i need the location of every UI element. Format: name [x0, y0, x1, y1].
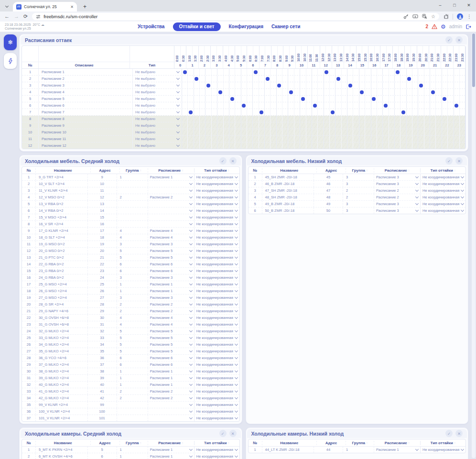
schedule-slot[interactable]	[353, 122, 359, 129]
column-header[interactable]: Название	[262, 168, 317, 173]
schedule-slot[interactable]	[365, 116, 371, 122]
schedule-slot[interactable]	[282, 89, 288, 95]
schedule-slot[interactable]	[389, 109, 395, 115]
schedule-slot[interactable]	[212, 122, 217, 129]
schedule-slot[interactable]	[270, 122, 276, 129]
schedule-slot[interactable]	[418, 122, 424, 129]
schedule-slot[interactable]	[247, 89, 253, 95]
schedule-slot[interactable]	[277, 136, 282, 142]
schedule-slot[interactable]	[259, 76, 265, 82]
schedule-slot[interactable]	[265, 82, 270, 88]
nav-tab[interactable]: Сканер сети	[271, 24, 300, 29]
schedule-slot[interactable]	[353, 76, 359, 82]
schedule-slot[interactable]	[247, 82, 253, 88]
schedule-select[interactable]: Расписание 3	[374, 174, 421, 180]
schedule-slot[interactable]	[259, 96, 265, 102]
cancel-button[interactable]: ✕	[455, 430, 463, 437]
schedule-slot[interactable]	[200, 136, 206, 142]
schedule-select[interactable]	[148, 415, 195, 421]
schedule-slot[interactable]	[436, 96, 442, 102]
defrost-type-select[interactable]: Не координированная	[421, 201, 465, 207]
schedule-slot[interactable]	[182, 142, 188, 149]
schedule-slot[interactable]	[282, 122, 288, 129]
schedule-slot[interactable]	[430, 122, 436, 129]
schedule-slot[interactable]	[342, 69, 347, 75]
schedule-slot[interactable]	[448, 69, 454, 75]
schedule-slot[interactable]	[306, 76, 312, 82]
schedule-slot[interactable]	[224, 136, 229, 142]
schedule-slot[interactable]	[188, 82, 194, 88]
schedule-slot[interactable]	[407, 129, 412, 135]
schedule-slot[interactable]	[448, 142, 454, 149]
schedule-slot[interactable]	[300, 82, 306, 88]
column-header[interactable]: Адрес	[91, 168, 120, 173]
schedule-slot[interactable]	[424, 142, 430, 149]
schedule-slot[interactable]	[371, 129, 377, 135]
schedule-slot[interactable]	[347, 109, 353, 115]
schedule-slot[interactable]	[206, 76, 211, 82]
schedule-slot[interactable]	[365, 122, 371, 129]
schedule-slot[interactable]	[383, 136, 389, 142]
schedule-slot[interactable]	[318, 129, 324, 135]
schedule-slot[interactable]	[442, 96, 448, 102]
schedule-slot[interactable]	[324, 76, 330, 82]
schedule-slot[interactable]	[300, 89, 306, 95]
schedule-slot[interactable]	[194, 96, 200, 102]
schedule-slot[interactable]	[259, 142, 265, 149]
schedule-slot[interactable]	[460, 82, 465, 88]
schedule-slot[interactable]	[224, 96, 229, 102]
schedule-slot[interactable]	[235, 116, 241, 122]
schedule-select[interactable]: Расписание 5	[148, 335, 195, 341]
schedule-slot[interactable]	[188, 76, 194, 82]
schedule-slot[interactable]	[229, 122, 235, 129]
schedule-slot[interactable]	[371, 136, 377, 142]
schedule-slot[interactable]	[318, 82, 324, 88]
schedule-slot[interactable]	[224, 109, 229, 115]
schedule-slot[interactable]	[253, 96, 259, 102]
schedule-slot[interactable]	[235, 96, 241, 102]
schedule-slot[interactable]	[430, 116, 436, 122]
schedule-slot[interactable]	[353, 96, 359, 102]
column-header[interactable]: Расписание↑	[374, 168, 421, 173]
column-header[interactable]: Группа↑	[120, 441, 148, 445]
schedule-slot[interactable]	[395, 142, 400, 149]
schedule-slot[interactable]	[318, 96, 324, 102]
schedule-slot[interactable]	[270, 116, 276, 122]
schedule-slot[interactable]	[342, 129, 347, 135]
schedule-slot[interactable]	[353, 116, 359, 122]
schedule-slot[interactable]	[377, 142, 383, 149]
schedule-slot[interactable]	[229, 96, 235, 102]
schedule-slot[interactable]	[312, 89, 318, 95]
schedule-slot[interactable]	[294, 69, 300, 75]
defrost-type-select[interactable]: Не координированная	[195, 453, 239, 459]
cancel-button[interactable]: ✕	[229, 157, 237, 164]
schedule-slot[interactable]	[235, 142, 241, 149]
schedule-slot[interactable]	[277, 69, 282, 75]
schedule-slot[interactable]	[377, 89, 383, 95]
schedule-slot[interactable]	[400, 136, 406, 142]
schedule-slot[interactable]	[229, 116, 235, 122]
schedule-slot[interactable]	[330, 76, 335, 82]
schedule-slot[interactable]	[212, 76, 217, 82]
schedule-slot[interactable]	[312, 116, 318, 122]
schedule-slot[interactable]	[412, 116, 418, 122]
schedule-slot[interactable]	[335, 142, 341, 149]
column-header[interactable]: Название	[262, 441, 317, 445]
schedule-select[interactable]: Расписание 4	[148, 321, 195, 328]
schedule-select[interactable]: Расписание 5	[148, 341, 195, 348]
schedule-slot[interactable]	[200, 102, 206, 109]
schedule-slot[interactable]	[241, 76, 247, 82]
schedule-slot[interactable]	[436, 129, 442, 135]
schedule-slot[interactable]	[253, 142, 259, 149]
schedule-slot[interactable]	[194, 136, 200, 142]
schedule-slot[interactable]	[312, 76, 318, 82]
scrollbar-thumb[interactable]	[472, 33, 475, 87]
schedule-slot[interactable]	[277, 102, 282, 109]
apply-button[interactable]: ✓	[445, 430, 453, 437]
schedule-slot[interactable]	[217, 142, 223, 149]
schedule-slot[interactable]	[318, 76, 324, 82]
schedule-slot[interactable]	[259, 136, 265, 142]
schedule-slot[interactable]	[247, 142, 253, 149]
schedule-slot[interactable]	[407, 76, 412, 82]
schedule-slot[interactable]	[229, 89, 235, 95]
